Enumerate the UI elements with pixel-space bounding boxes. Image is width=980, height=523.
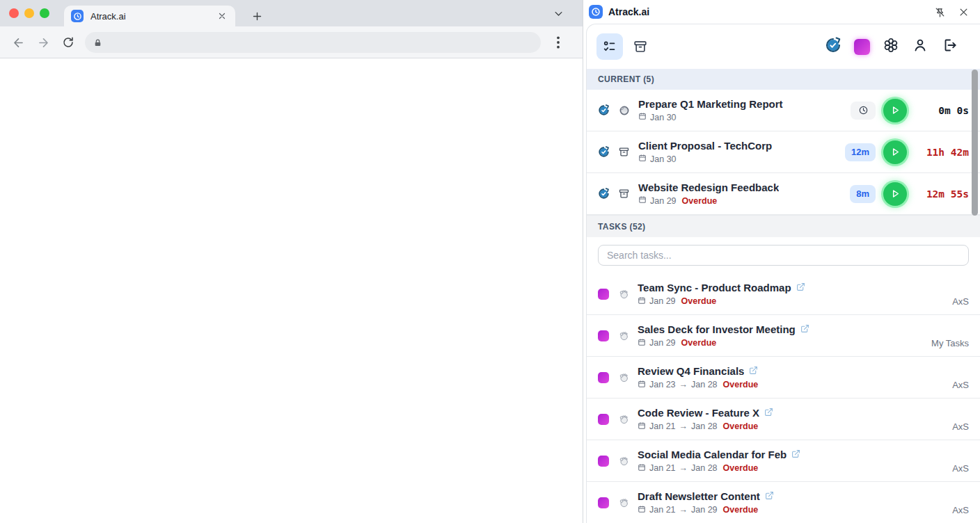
external-link-icon[interactable] xyxy=(749,365,758,378)
address-bar[interactable] xyxy=(85,32,541,53)
task-row[interactable]: Draft Newsletter Content Jan 21 → Jan 29… xyxy=(587,482,980,523)
task-date-end: Jan 28 xyxy=(691,463,718,473)
close-window-button[interactable] xyxy=(9,8,19,18)
hand-icon xyxy=(617,413,629,425)
logout-icon[interactable] xyxy=(941,37,958,56)
task-title: Team Sync - Product Roadmap xyxy=(638,282,791,293)
archive-tab[interactable] xyxy=(627,33,654,60)
tab-search-chevron-icon[interactable] xyxy=(550,5,567,22)
browser-window: Atrack.ai xyxy=(0,0,980,523)
task-date-start: Jan 21 xyxy=(649,421,676,431)
task-row[interactable]: Social Media Calendar for Feb Jan 21 → J… xyxy=(587,440,980,482)
magenta-project-icon xyxy=(598,456,609,467)
date-range-arrow: → xyxy=(679,463,688,473)
task-row[interactable]: Review Q4 Financials Jan 23 → Jan 28 Ove… xyxy=(587,357,980,399)
sync-check-icon[interactable] xyxy=(825,37,841,56)
play-button[interactable] xyxy=(883,182,907,206)
close-panel-icon[interactable] xyxy=(955,3,972,20)
task-title: Social Media Calendar for Feb xyxy=(638,449,787,460)
external-link-icon[interactable] xyxy=(800,323,809,336)
task-date: Jan 29 xyxy=(650,196,677,206)
overdue-label: Overdue xyxy=(682,196,718,206)
browser-menu-icon[interactable] xyxy=(548,33,568,52)
task-row[interactable]: Code Review - Feature X Jan 21 → Jan 28 … xyxy=(587,399,980,440)
sync-check-icon xyxy=(598,104,610,116)
timer-value: 0m 0s xyxy=(915,105,969,116)
task-list-label: AxS xyxy=(952,440,969,481)
sync-check-icon xyxy=(598,188,610,200)
task-title: Website Redesign Feedback xyxy=(638,182,779,193)
current-rows: Prepare Q1 Marketing Report Jan 30 0m 0s xyxy=(587,90,980,215)
browser-toolbar xyxy=(0,26,583,58)
external-link-icon[interactable] xyxy=(791,449,800,461)
timer-value: 12m 55s xyxy=(915,188,969,200)
task-list-label: AxS xyxy=(952,482,969,523)
sync-check-icon xyxy=(598,146,610,158)
search-row xyxy=(587,237,980,273)
task-date-end: Jan 28 xyxy=(691,380,718,389)
search-input[interactable] xyxy=(598,245,969,266)
forward-button[interactable] xyxy=(33,33,53,52)
play-button[interactable] xyxy=(883,140,907,164)
calendar-icon xyxy=(638,154,647,164)
task-list-label: AxS xyxy=(952,273,969,314)
account-icon[interactable] xyxy=(912,37,928,56)
calendar-icon xyxy=(638,195,647,206)
task-date-end: Jan 29 xyxy=(691,505,718,515)
task-date-start: Jan 29 xyxy=(649,338,676,348)
external-link-icon[interactable] xyxy=(764,407,773,419)
magenta-project-icon xyxy=(598,372,609,383)
task-row[interactable]: Team Sync - Product Roadmap Jan 29 Overd… xyxy=(587,273,980,315)
current-task-row[interactable]: Website Redesign Feedback Jan 29 Overdue… xyxy=(587,173,980,215)
current-task-row[interactable]: Prepare Q1 Marketing Report Jan 30 0m 0s xyxy=(587,90,980,131)
flower-icon[interactable] xyxy=(883,37,899,56)
task-list-label: AxS xyxy=(952,357,969,398)
page-content xyxy=(0,59,583,523)
current-task-row[interactable]: Client Proposal - TechCorp Jan 30 12m 11… xyxy=(587,131,980,173)
calendar-icon xyxy=(638,296,646,307)
estimate-pill[interactable]: 12m xyxy=(845,143,876,161)
scrollbar-thumb[interactable] xyxy=(972,70,978,216)
magenta-app-icon[interactable] xyxy=(854,39,870,55)
task-title: Sales Deck for Investor Meeting xyxy=(638,323,796,335)
archive-icon xyxy=(618,146,630,158)
task-list-label: AxS xyxy=(952,399,969,440)
task-date-start: Jan 21 xyxy=(649,505,676,515)
reload-button[interactable] xyxy=(58,33,78,52)
task-date-start: Jan 21 xyxy=(649,463,676,473)
app-clock-icon xyxy=(71,10,84,22)
calendar-icon xyxy=(638,505,646,515)
task-title: Review Q4 Financials xyxy=(638,365,744,377)
app-toolbar xyxy=(587,24,980,69)
browser-tab[interactable]: Atrack.ai xyxy=(64,6,235,26)
back-button[interactable] xyxy=(8,33,28,52)
task-rows: Team Sync - Product Roadmap Jan 29 Overd… xyxy=(587,273,980,523)
task-list-tab[interactable] xyxy=(596,33,623,60)
estimate-pill[interactable]: 8m xyxy=(850,185,876,203)
browser-chrome: Atrack.ai xyxy=(0,0,583,523)
task-date-start: Jan 23 xyxy=(649,380,676,389)
external-link-icon[interactable] xyxy=(765,490,774,503)
hand-icon xyxy=(617,330,629,341)
play-button[interactable] xyxy=(883,99,907,122)
overdue-label: Overdue xyxy=(723,505,759,515)
estimate-clock-button[interactable] xyxy=(851,102,876,120)
task-list-label: My Tasks xyxy=(931,315,969,356)
new-tab-button[interactable] xyxy=(248,7,266,25)
hand-icon xyxy=(617,455,629,467)
calendar-icon xyxy=(638,112,647,122)
minimize-window-button[interactable] xyxy=(24,8,34,18)
overdue-label: Overdue xyxy=(681,296,717,306)
extension-card: CURRENT (5) Prepare Q1 Marketing Report … xyxy=(586,24,980,523)
task-row[interactable]: Sales Deck for Investor Meeting Jan 29 O… xyxy=(587,315,980,357)
tab-strip: Atrack.ai xyxy=(0,0,583,26)
external-link-icon[interactable] xyxy=(796,282,805,294)
unpin-icon[interactable] xyxy=(931,3,948,20)
date-range-arrow: → xyxy=(679,505,688,515)
overdue-label: Overdue xyxy=(723,463,759,473)
tab-close-icon[interactable] xyxy=(216,10,228,22)
calendar-icon xyxy=(638,380,646,390)
sphere-icon xyxy=(618,104,630,116)
lock-icon xyxy=(93,38,102,48)
zoom-window-button[interactable] xyxy=(40,8,49,18)
